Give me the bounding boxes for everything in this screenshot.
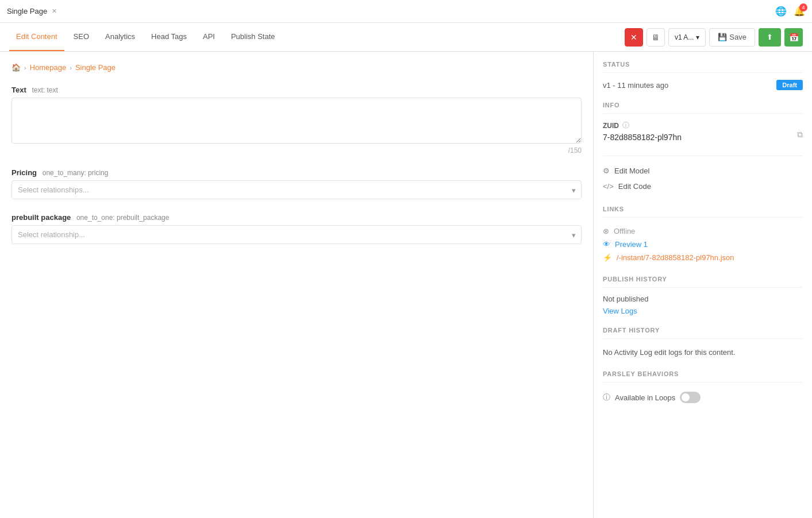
available-loops-label: Available in Loops — [615, 393, 675, 402]
pin-icon[interactable]: ✕ — [52, 7, 57, 15]
zuid-row: ZUID ⓘ — [603, 121, 682, 130]
parsley-section: PARSLEY BEHAVIORS ⓘ Available in Loops — [603, 370, 803, 405]
info-icon: ⓘ — [622, 121, 629, 130]
nav-tabs: Edit Content SEO Analytics Head Tags API… — [0, 23, 812, 52]
publish-button[interactable]: ⬆ — [759, 28, 781, 47]
pricing-select[interactable]: Select relationships... — [11, 180, 582, 199]
char-count: /150 — [11, 146, 582, 154]
info-section: INFO ZUID ⓘ 7-82d8858182-pl97hn ⧉ ⚙ Edit… — [603, 102, 803, 194]
code-icon: </> — [603, 182, 614, 191]
version-label: v1 A... — [675, 33, 694, 41]
calendar-icon: 📅 — [789, 33, 799, 42]
info-section-title: INFO — [603, 102, 803, 114]
zuid-value: 7-82d8858182-pl97hn — [603, 133, 682, 142]
notification-badge: 4 — [799, 3, 807, 11]
toolbar-right: ✕ 🖥 v1 A... ▾ 💾 Save ⬆ 📅 — [625, 28, 803, 47]
pricing-select-wrapper: Select relationships... — [11, 180, 582, 199]
upload-icon: ⬆ — [767, 33, 773, 41]
text-field-sublabel: text: text — [32, 86, 57, 94]
draft-badge: Draft — [776, 80, 803, 90]
no-activity: No Activity Log edit logs for this conte… — [603, 346, 803, 359]
prebuilt-select[interactable]: Select relationship... — [11, 225, 582, 244]
tab-edit-content[interactable]: Edit Content — [9, 23, 64, 51]
draft-history-section: DRAFT HISTORY No Activity Log edit logs … — [603, 327, 803, 359]
save-label: Save — [729, 33, 746, 41]
view-logs-link[interactable]: View Logs — [603, 307, 637, 315]
publish-history-section: PUBLISH HISTORY Not published View Logs — [603, 276, 803, 315]
version-selector[interactable]: v1 A... ▾ — [668, 28, 706, 47]
breadcrumb: 🏠 › Homepage › Single Page — [11, 63, 582, 72]
status-version: v1 - 11 minutes ago — [603, 81, 668, 90]
status-section-title: STATUS — [603, 61, 803, 73]
pricing-field-sublabel: one_to_many: pricing — [43, 169, 109, 177]
status-section: STATUS v1 - 11 minutes ago Draft — [603, 61, 803, 90]
schedule-button[interactable]: 📅 — [784, 28, 803, 47]
chevron-down-icon: ▾ — [696, 33, 699, 41]
edit-model-link[interactable]: ⚙ Edit Model — [603, 163, 803, 179]
text-field-input[interactable] — [11, 98, 582, 144]
lightning-icon: ⚡ — [603, 253, 612, 262]
copy-icon[interactable]: ⧉ — [797, 130, 803, 140]
draft-history-title: DRAFT HISTORY — [603, 327, 803, 339]
text-field-label: Text text: text — [11, 86, 582, 94]
tab-analytics[interactable]: Analytics — [98, 23, 142, 51]
globe-icon[interactable]: 🌐 — [775, 6, 787, 17]
prebuilt-field-label: prebuilt package one_to_one: prebuilt_pa… — [11, 213, 582, 222]
pricing-field-label: Pricing one_to_many: pricing — [11, 168, 582, 177]
tab-api[interactable]: API — [196, 23, 222, 51]
breadcrumb-home[interactable]: 🏠 — [11, 63, 21, 72]
publish-history-title: PUBLISH HISTORY — [603, 276, 803, 288]
tab-publish-state[interactable]: Publish State — [224, 23, 282, 51]
edit-model-label: Edit Model — [614, 167, 649, 175]
breadcrumb-sep-1: › — [24, 64, 26, 71]
breadcrumb-current[interactable]: Single Page — [75, 63, 116, 72]
main-layout: 🏠 › Homepage › Single Page Text text: te… — [0, 52, 812, 518]
offline-link[interactable]: ⊗ Offline — [603, 225, 803, 238]
pricing-field-group: Pricing one_to_many: pricing Select rela… — [11, 168, 582, 199]
instant-link[interactable]: ⚡ /-instant/7-82d8858182-pl97hn.json — [603, 251, 803, 264]
edit-code-link[interactable]: </> Edit Code — [603, 179, 803, 194]
tab-seo[interactable]: SEO — [67, 23, 96, 51]
preview-label: Preview 1 — [615, 240, 648, 249]
edit-code-label: Edit Code — [618, 182, 651, 191]
zuid-label: ZUID — [603, 122, 619, 130]
save-icon: 💾 — [718, 33, 727, 41]
desktop-preview-button[interactable]: 🖥 — [646, 28, 665, 47]
notification-bell[interactable]: 🔔 4 — [794, 6, 805, 17]
instant-label: /-instant/7-82d8858182-pl97hn.json — [617, 253, 734, 262]
status-row: v1 - 11 minutes ago Draft — [603, 80, 803, 90]
prebuilt-field-group: prebuilt package one_to_one: prebuilt_pa… — [11, 213, 582, 244]
database-icon: ⚙ — [603, 167, 610, 175]
top-bar: Single Page ✕ 🌐 🔔 4 — [0, 0, 812, 23]
zuidval-row: ZUID ⓘ 7-82d8858182-pl97hn ⧉ — [603, 121, 803, 149]
sidebar: STATUS v1 - 11 minutes ago Draft INFO ZU… — [594, 52, 812, 518]
links-section-title: LINKS — [603, 206, 803, 218]
eye-icon: 👁 — [603, 240, 610, 249]
breadcrumb-homepage[interactable]: Homepage — [30, 63, 67, 72]
offline-label: Offline — [614, 227, 635, 235]
close-button[interactable]: ✕ — [625, 28, 643, 47]
preview-link[interactable]: 👁 Preview 1 — [603, 238, 803, 251]
page-title: Single Page — [7, 7, 47, 16]
content-area: 🏠 › Homepage › Single Page Text text: te… — [0, 52, 594, 518]
links-section: LINKS ⊗ Offline 👁 Preview 1 ⚡ /-instant/… — [603, 206, 803, 264]
prebuilt-select-wrapper: Select relationship... — [11, 225, 582, 244]
text-field-group: Text text: text /150 — [11, 86, 582, 154]
save-button[interactable]: 💾 Save — [709, 28, 755, 47]
tab-head-tags[interactable]: Head Tags — [144, 23, 194, 51]
parsley-section-title: PARSLEY BEHAVIORS — [603, 370, 803, 382]
not-published: Not published — [603, 295, 803, 303]
prebuilt-field-sublabel: one_to_one: prebuilt_package — [76, 214, 169, 222]
available-in-loops: ⓘ Available in Loops — [603, 389, 803, 405]
toggle-slider — [680, 392, 701, 403]
breadcrumb-sep-2: › — [70, 64, 72, 71]
info-circle-icon: ⓘ — [603, 392, 610, 403]
available-loops-toggle[interactable] — [680, 392, 701, 403]
offline-icon: ⊗ — [603, 227, 609, 235]
